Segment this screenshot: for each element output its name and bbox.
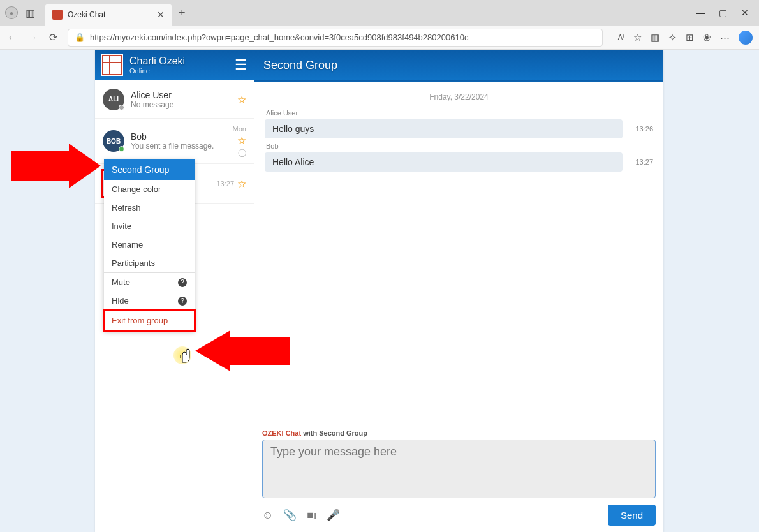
performance-icon[interactable]: ❀ (703, 32, 711, 43)
chat-item-preview: You sent a file message. (131, 142, 233, 151)
date-separator: Friday, 3/22/2024 (265, 92, 653, 101)
message-sender: Alice User (266, 109, 653, 117)
menu-icon[interactable]: ☰ (235, 57, 247, 73)
context-menu: Second Group Change color Refresh Invite… (104, 159, 195, 330)
send-button[interactable]: Send (608, 505, 656, 526)
message-time: 13:26 (630, 125, 653, 133)
context-menu-exit[interactable]: Exit from group (104, 311, 195, 330)
address-bar-row: ← → ⟳ 🔒 https://myozeki.com/index.php?ow… (0, 26, 759, 50)
help-icon[interactable]: ? (178, 297, 187, 306)
refresh-icon[interactable]: ⟳ (47, 32, 59, 43)
emoji-icon[interactable]: ☺ (262, 509, 273, 522)
tab-close-icon[interactable]: ✕ (157, 10, 165, 20)
forward-icon: → (27, 32, 38, 43)
address-bar[interactable]: 🔒 https://myozeki.com/index.php?owpn=pag… (68, 29, 603, 47)
star-icon[interactable]: ★ (238, 94, 246, 105)
chat-app: Charli Ozeki Online ☰ ALI Alice User No … (95, 50, 663, 532)
chat-item-bob[interactable]: BOB Bob You sent a file message. Mon ★ ◯ (95, 119, 254, 164)
favorite-icon[interactable]: ☆ (633, 32, 642, 43)
new-tab-button[interactable]: + (179, 6, 186, 20)
lock-icon: 🔒 (75, 33, 85, 42)
presence-dot (119, 146, 124, 152)
current-user-status: Online (129, 67, 235, 75)
profile-icon[interactable]: ● (5, 6, 18, 19)
read-aloud-icon[interactable]: A⁾ (618, 33, 624, 41)
context-menu-rename[interactable]: Rename (104, 235, 195, 254)
chat-item-name: Bob (131, 131, 233, 142)
url-text: https://myozeki.com/index.php?owpn=page_… (90, 33, 468, 42)
context-menu-refresh[interactable]: Refresh (104, 198, 195, 217)
chat-item-name: Alice User (131, 90, 238, 100)
svg-marker-1 (195, 330, 290, 371)
chat-header: Second Group (254, 50, 663, 80)
sidebar-header: Charli Ozeki Online ☰ (95, 50, 254, 80)
chat-title: Second Group (263, 59, 337, 72)
page-viewport: Charli Ozeki Online ☰ ALI Alice User No … (0, 50, 759, 532)
app-logo-icon (101, 54, 123, 76)
sidebar: Charli Ozeki Online ☰ ALI Alice User No … (95, 50, 254, 532)
favorites-bar-icon[interactable]: ✧ (668, 32, 677, 43)
current-user: Charli Ozeki Online (129, 55, 235, 75)
svg-marker-0 (11, 144, 101, 188)
message-bubble: Hello guys (265, 119, 623, 138)
tab-actions-icon[interactable]: ▥ (24, 6, 36, 19)
annotation-arrow-left (11, 144, 101, 188)
favicon (52, 10, 63, 20)
chat-item-time: 13:27 (216, 180, 234, 188)
composer: ☺ 📎 ■ı 🎤 Send (254, 440, 663, 532)
annotation-arrow-right (195, 330, 290, 371)
star-icon[interactable]: ★ (238, 179, 246, 189)
browser-tab-strip: ● ▥ Ozeki Chat ✕ + — ▢ ✕ (0, 0, 759, 26)
read-receipt-icon: ◯ (238, 148, 246, 157)
window-close-icon[interactable]: ✕ (741, 8, 749, 18)
avatar: ALI (103, 89, 124, 110)
context-menu-change-color[interactable]: Change color (104, 180, 195, 198)
message-bubble: Hello Alice (265, 152, 623, 172)
context-menu-mute[interactable]: Mute ? (104, 273, 195, 292)
message-sender: Bob (266, 142, 653, 150)
help-icon[interactable]: ? (178, 278, 187, 287)
message-time: 13:27 (630, 158, 653, 166)
messages-area: Friday, 3/22/2024 Alice User Hello guys … (254, 82, 663, 428)
video-icon[interactable]: ■ı (307, 509, 316, 522)
back-icon[interactable]: ← (6, 32, 18, 43)
window-maximize-icon[interactable]: ▢ (719, 8, 727, 18)
copilot-icon[interactable] (739, 31, 753, 45)
context-menu-title: Second Group (104, 159, 195, 180)
browser-tab[interactable]: Ozeki Chat ✕ (45, 4, 172, 26)
context-menu-invite[interactable]: Invite (104, 217, 195, 235)
chat-item-preview: No message (131, 100, 238, 109)
current-user-name: Charli Ozeki (129, 55, 235, 67)
attach-icon[interactable]: 📎 (283, 508, 297, 522)
chat-item-alice[interactable]: ALI Alice User No message ★ (95, 80, 254, 119)
cursor-pointer-icon (179, 348, 191, 367)
presence-dot (119, 105, 124, 110)
mic-icon[interactable]: 🎤 (327, 508, 340, 522)
window-minimize-icon[interactable]: — (696, 8, 705, 18)
collections-icon[interactable]: ▥ (651, 32, 660, 43)
settings-icon[interactable]: ⋯ (720, 32, 730, 43)
tab-title: Ozeki Chat (68, 10, 157, 19)
composer-caption: OZEKI Chat with Second Group (254, 428, 663, 440)
message-input[interactable] (262, 440, 656, 498)
extensions-icon[interactable]: ⊞ (686, 32, 694, 43)
chat-item-time: Mon (233, 125, 246, 133)
chat-main: Second Group Friday, 3/22/2024 Alice Use… (254, 50, 663, 532)
star-icon[interactable]: ★ (238, 135, 246, 145)
context-menu-participants[interactable]: Participants (104, 254, 195, 272)
avatar: BOB (103, 130, 124, 152)
context-menu-hide[interactable]: Hide ? (104, 292, 195, 310)
